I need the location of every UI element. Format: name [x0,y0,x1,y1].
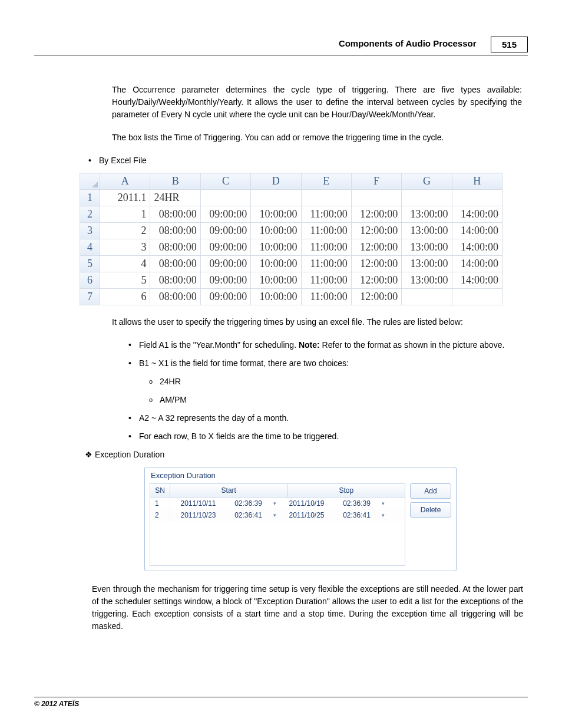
excel-col-G: G [402,173,452,190]
intro-para-2: The box lists the Time of Triggering. Yo… [112,131,522,144]
sub-bullet-text: 24HR [160,375,528,388]
excel-time-cell: 08:00:00 [150,272,200,289]
footer-copyright: © 2012 ATEÏS [34,697,528,708]
dropdown-icon[interactable]: ▾ [270,499,279,508]
rule-bullet: •A2 ~ A 32 represents the day of a month… [128,412,522,424]
excel-time-cell: 11:00:00 [301,272,351,289]
excel-time-cell: 11:00:00 [301,256,351,272]
exception-grid: SN Start Stop 12011/10/1102:36:39▾2011/1… [150,483,405,566]
excel-time-cell: 08:00:00 [150,289,200,305]
excel-time-cell: 10:00:00 [251,206,301,223]
page-header: Components of Audio Processor 515 [34,35,528,55]
excel-time-cell: 12:00:00 [351,206,401,223]
excel-time-cell: 14:00:00 [452,223,502,239]
excel-rowhdr: 4 [80,239,100,256]
hollow-bullet-icon: o [149,394,160,406]
exception-row[interactable]: 12011/10/1102:36:39▾2011/10/1902:36:39▾ [150,498,405,509]
col-header-stop: Stop [288,484,405,497]
excel-time-cell: 12:00:00 [351,289,401,305]
excel-time-cell: 13:00:00 [402,206,452,223]
excel-col-C: C [200,173,250,190]
excel-time-cell: 09:00:00 [200,289,250,305]
excel-time-cell: 09:00:00 [200,256,250,272]
cell-stop-time[interactable]: 02:36:41 [335,509,379,521]
exception-row[interactable]: 22011/10/2302:36:41▾2011/10/2502:36:41▾ [150,509,405,521]
excel-cell-blank [251,190,301,206]
excel-col-F: F [351,173,401,190]
col-header-sn: SN [150,484,170,497]
bullet-dot-icon: • [88,154,99,167]
excel-day-cell: 6 [100,289,150,305]
bullet-by-excel-text: By Excel File [99,154,528,167]
excel-time-cell: 08:00:00 [150,256,200,272]
cell-sn: 1 [150,498,170,509]
sub-bullet: oAM/PM [149,394,528,406]
excel-corner [80,173,100,190]
excel-time-cell: 13:00:00 [402,272,452,289]
panel-title: Exception Duration [150,471,451,480]
excel-time-cell: 10:00:00 [251,256,301,272]
grid-header: SN Start Stop [150,484,405,498]
excel-time-cell: 08:00:00 [150,239,200,256]
cell-stop-date[interactable]: 2011/10/25 [279,509,335,521]
page-number: 515 [491,37,528,52]
excel-time-cell [452,289,502,305]
excel-rowhdr: 3 [80,223,100,239]
rule-bullet: •Field A1 is the "Year.Month" for schedu… [128,339,522,351]
excel-time-cell: 12:00:00 [351,272,401,289]
rule-bullet: •For each row, B to X fields are the tim… [128,430,522,443]
excel-time-cell: 10:00:00 [251,239,301,256]
excel-time-cell: 11:00:00 [301,239,351,256]
after-excel-para: It allows the user to specify the trigge… [112,316,522,328]
excel-col-E: E [301,173,351,190]
cell-start-time[interactable]: 02:36:39 [226,498,270,509]
excel-time-cell: 14:00:00 [452,239,502,256]
bullet-dot-icon: • [128,412,139,424]
excel-time-cell: 13:00:00 [402,223,452,239]
bullet-dot-icon: • [128,430,139,443]
excel-rowhdr-1: 1 [80,190,100,206]
excel-cell-blank [200,190,250,206]
excel-cell-blank [301,190,351,206]
excel-cell-blank [351,190,401,206]
diamond-icon: ❖ [85,450,92,459]
sub-bullet: o24HR [149,375,528,388]
excel-cell-b1: 24HR [150,190,200,206]
excel-time-cell: 11:00:00 [301,289,351,305]
cell-stop-time[interactable]: 02:36:39 [335,498,379,509]
delete-button[interactable]: Delete [410,502,451,518]
cell-stop-date[interactable]: 2011/10/19 [279,498,335,509]
hollow-bullet-icon: o [149,375,160,388]
excel-time-cell: 10:00:00 [251,223,301,239]
excel-rowhdr: 7 [80,289,100,305]
cell-start-date[interactable]: 2011/10/11 [170,498,226,509]
excel-time-cell: 14:00:00 [452,272,502,289]
rule-bullet: •B1 ~ X1 is the field for time format, t… [128,357,522,370]
excel-cell-blank [402,190,452,206]
excel-time-cell: 10:00:00 [251,272,301,289]
excel-rowhdr: 2 [80,206,100,223]
excel-day-cell: 1 [100,206,150,223]
excel-time-cell: 11:00:00 [301,223,351,239]
excel-time-cell: 13:00:00 [402,256,452,272]
excel-day-cell: 4 [100,256,150,272]
cell-sn: 2 [150,509,170,521]
excel-time-cell: 08:00:00 [150,223,200,239]
intro-para-1: The Occurrence parameter determines the … [112,84,522,121]
excel-rowhdr: 5 [80,256,100,272]
sub-bullet-text: AM/PM [160,394,528,406]
cell-start-time[interactable]: 02:36:41 [226,509,270,521]
excel-time-cell: 12:00:00 [351,223,401,239]
excel-time-cell: 09:00:00 [200,223,250,239]
dropdown-icon[interactable]: ▾ [379,510,387,520]
dropdown-icon[interactable]: ▾ [379,499,387,508]
section-exception-duration: ❖ Exception Duration [85,449,528,461]
section-exception-label: Exception Duration [95,450,164,459]
dropdown-icon[interactable]: ▾ [270,510,279,520]
excel-time-cell: 12:00:00 [351,256,401,272]
excel-time-cell: 08:00:00 [150,206,200,223]
excel-day-cell: 5 [100,272,150,289]
col-header-start: Start [170,484,288,497]
cell-start-date[interactable]: 2011/10/23 [170,509,226,521]
add-button[interactable]: Add [410,483,451,499]
